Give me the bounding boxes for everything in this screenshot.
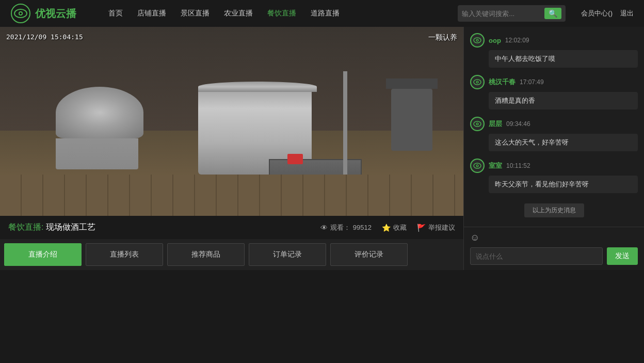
chat-input-area: ☺ 发送 xyxy=(464,227,644,270)
nav-food-live[interactable]: 餐饮直播 xyxy=(267,9,296,18)
avatar-3 xyxy=(470,117,485,131)
avatar-eye-icon-4 xyxy=(472,160,483,171)
pipe-vertical xyxy=(343,71,347,175)
chat-msg-header-4: 室室 10:11:52 xyxy=(470,159,638,173)
search-area: 🔍 xyxy=(458,5,566,22)
svg-point-12 xyxy=(477,123,478,124)
right-shelf xyxy=(386,78,438,89)
viewers-label: 观看： xyxy=(330,223,350,232)
dome-tank xyxy=(56,87,143,138)
logo-text: 优视云播 xyxy=(35,7,76,21)
chat-message-4: 室室 10:11:52 昨天父亲节，看见他们好辛苦呀 xyxy=(470,159,638,193)
header-right: 会员中心() 退出 xyxy=(581,9,634,18)
floor-bricks xyxy=(0,175,463,216)
svg-point-15 xyxy=(477,165,478,166)
time-3: 09:34:46 xyxy=(506,120,530,128)
video-meta: 👁 观看： 99512 ⭐ 收藏 🚩 举报建议 xyxy=(320,223,455,232)
bottom-tabs: 直播介绍 直播列表 推荐商品 订单记录 评价记录 xyxy=(0,239,463,270)
username-4: 室室 xyxy=(489,161,502,170)
right-machine xyxy=(391,89,432,151)
chat-msg-header-3: 层层 09:34:46 xyxy=(470,117,638,131)
logout-btn[interactable]: 退出 xyxy=(620,9,634,18)
chat-message-3: 层层 09:34:46 这么大的天气，好辛苦呀 xyxy=(470,117,638,151)
main-nav: 首页 店铺直播 景区直播 农业直播 餐饮直播 道路直播 xyxy=(108,9,442,18)
viewers-number: 99512 xyxy=(353,224,372,231)
history-button[interactable]: 以上为历史消息 xyxy=(524,203,584,217)
dome-base xyxy=(56,138,138,169)
search-button[interactable]: 🔍 xyxy=(544,8,561,19)
video-info-bar: 餐饮直播: 现场做酒工艺 👁 观看： 99512 ⭐ 收藏 🚩 举报建议 xyxy=(0,216,463,239)
chat-messages: oop 12:02:09 中午人都去吃饭了嗼 桃汉千春 17:07:49 酒糟是… xyxy=(464,27,644,227)
time-4: 10:11:52 xyxy=(506,162,530,169)
tab-orders[interactable]: 订单记录 xyxy=(249,243,326,266)
nav-road-live[interactable]: 道路直播 xyxy=(311,9,340,18)
video-timestamp: 2021/12/09 15:04:15 xyxy=(6,33,83,41)
svg-point-3 xyxy=(20,12,22,14)
bubble-3: 这么大的天气，好辛苦呀 xyxy=(489,134,638,151)
tank-small xyxy=(56,87,138,169)
member-center[interactable]: 会员中心() xyxy=(581,9,613,18)
avatar-eye-icon-1 xyxy=(472,35,483,46)
history-btn-container: 以上为历史消息 xyxy=(470,203,638,217)
favorite-label: 收藏 xyxy=(393,223,407,232)
avatar-2 xyxy=(470,75,485,89)
star-icon: ⭐ xyxy=(382,224,391,232)
avatar-4 xyxy=(470,159,485,173)
flag-icon: 🚩 xyxy=(417,224,426,232)
input-row: 发送 xyxy=(470,247,638,265)
svg-point-9 xyxy=(477,82,478,83)
time-2: 17:07:49 xyxy=(520,78,544,86)
message-input[interactable] xyxy=(470,247,603,265)
tab-list[interactable]: 直播列表 xyxy=(86,243,163,266)
main-content: 2021/12/09 15:04:15 一颗认养 餐饮直播: 现场做酒工艺 👁 … xyxy=(0,27,644,270)
chat-message-1: oop 12:02:09 中午人都去吃饭了嗼 xyxy=(470,33,638,68)
send-button[interactable]: 发送 xyxy=(607,247,638,265)
favorite-btn[interactable]: ⭐ 收藏 xyxy=(382,223,407,232)
emoji-button[interactable]: ☺ xyxy=(470,232,479,243)
username-1: oop xyxy=(489,37,501,44)
bubble-4: 昨天父亲节，看见他们好辛苦呀 xyxy=(489,176,638,193)
avatar-eye-icon-2 xyxy=(472,76,483,88)
chat-message-2: 桃汉千春 17:07:49 酒糟是真的香 xyxy=(470,75,638,109)
report-btn[interactable]: 🚩 举报建议 xyxy=(417,223,455,232)
tab-reviews[interactable]: 评价记录 xyxy=(330,243,408,266)
avatar-eye-icon-3 xyxy=(472,118,483,130)
username-3: 层层 xyxy=(489,119,502,129)
logo: 优视云播 xyxy=(10,3,93,24)
emoji-row: ☺ xyxy=(470,232,638,243)
svg-point-6 xyxy=(477,40,478,41)
video-label: 一颗认养 xyxy=(428,33,457,42)
chat-section: oop 12:02:09 中午人都去吃饭了嗼 桃汉千春 17:07:49 酒糟是… xyxy=(463,27,644,270)
video-scene xyxy=(0,27,463,216)
title-category: 餐饮直播: xyxy=(8,223,46,231)
left-content: 2021/12/09 15:04:15 一颗认养 餐饮直播: 现场做酒工艺 👁 … xyxy=(0,27,463,270)
bubble-2: 酒糟是真的香 xyxy=(489,92,638,109)
chat-msg-header-2: 桃汉千春 17:07:49 xyxy=(470,75,638,89)
title-text: 现场做酒工艺 xyxy=(46,223,95,231)
logo-icon xyxy=(10,3,31,24)
viewers-count: 👁 观看： 99512 xyxy=(320,223,372,232)
tab-products[interactable]: 推荐商品 xyxy=(167,243,245,266)
search-input[interactable] xyxy=(462,10,544,18)
video-title: 餐饮直播: 现场做酒工艺 xyxy=(8,222,95,233)
tank-lid xyxy=(198,82,317,92)
nav-scenic-live[interactable]: 景区直播 xyxy=(181,9,210,18)
tab-intro[interactable]: 直播介绍 xyxy=(4,243,82,266)
time-1: 12:02:09 xyxy=(505,37,529,44)
eye-icon: 👁 xyxy=(320,224,328,232)
header: 优视云播 首页 店铺直播 景区直播 农业直播 餐饮直播 道路直播 🔍 会员中心(… xyxy=(0,0,644,27)
video-player: 2021/12/09 15:04:15 一颗认养 xyxy=(0,27,463,216)
report-label: 举报建议 xyxy=(428,223,455,232)
nav-agri-live[interactable]: 农业直播 xyxy=(224,9,253,18)
bubble-1: 中午人都去吃饭了嗼 xyxy=(489,50,638,68)
avatar-1 xyxy=(470,33,485,48)
chat-msg-header-1: oop 12:02:09 xyxy=(470,33,638,48)
username-2: 桃汉千春 xyxy=(489,77,516,87)
nav-shop-live[interactable]: 店铺直播 xyxy=(137,9,166,18)
red-object xyxy=(287,154,303,164)
nav-home[interactable]: 首页 xyxy=(108,9,123,18)
